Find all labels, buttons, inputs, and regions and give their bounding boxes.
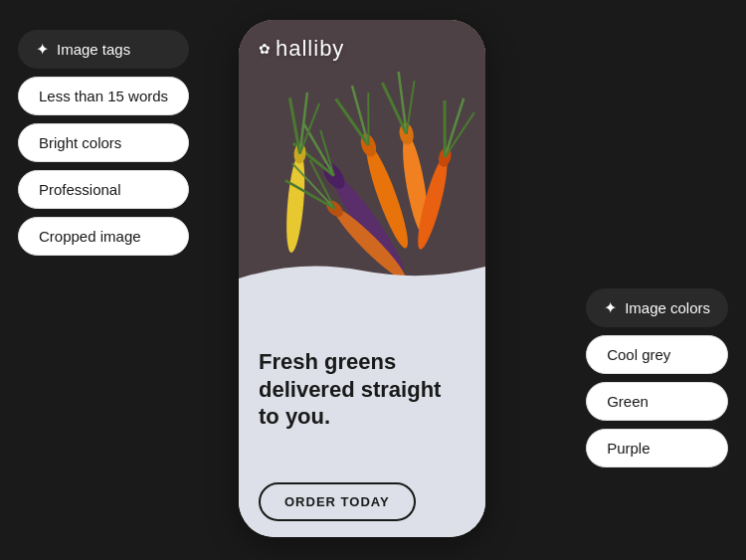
tag-bright-colors[interactable]: Bright colors [18, 123, 189, 162]
sparkle-icon-2: ✦ [604, 298, 617, 317]
phone-headline: Fresh greens delivered straight to you. [259, 348, 466, 431]
order-today-button[interactable]: ORDER TODAY [259, 482, 416, 521]
image-colors-label: Image colors [625, 299, 710, 316]
phone-logo: ✿ halliby [259, 36, 344, 62]
color-cool-grey[interactable]: Cool grey [586, 335, 728, 374]
tag-professional[interactable]: Professional [18, 170, 189, 209]
sparkle-icon: ✦ [36, 40, 49, 59]
phone-mockup: ✿ halliby Fresh greens delivered straigh… [239, 20, 485, 537]
image-tags-header: ✦ Image tags [18, 30, 189, 69]
phone-image-area: ✿ halliby [239, 20, 485, 328]
image-colors-header: ✦ Image colors [586, 288, 728, 327]
phone-content: Fresh greens delivered straight to you. … [239, 328, 485, 537]
logo-text: halliby [276, 36, 344, 62]
logo-icon: ✿ [259, 41, 272, 57]
color-purple[interactable]: Purple [586, 429, 728, 467]
tag-cropped-image[interactable]: Cropped image [18, 217, 189, 256]
color-green[interactable]: Green [586, 382, 728, 421]
tag-less-than-15-words[interactable]: Less than 15 words [18, 77, 189, 115]
image-tags-panel: ✦ Image tags Less than 15 words Bright c… [18, 30, 189, 256]
carrot-scene [239, 20, 485, 328]
image-tags-label: Image tags [57, 41, 130, 58]
image-colors-panel: ✦ Image colors Cool grey Green Purple [586, 288, 728, 467]
